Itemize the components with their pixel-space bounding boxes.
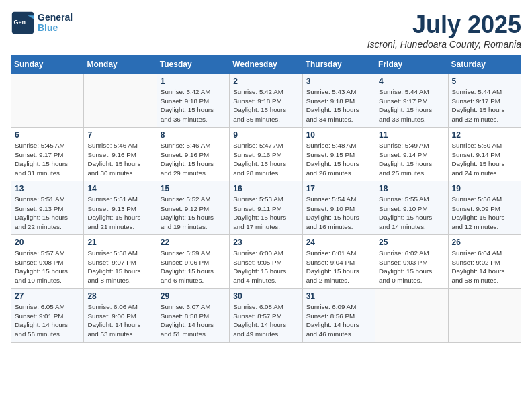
page-header: Gen General Blue July 2025 Iscroni, Hune… [11,11,521,50]
calendar-body: 1Sunrise: 5:42 AM Sunset: 9:18 PM Daylig… [11,74,521,342]
day-info: Sunrise: 5:46 AM Sunset: 9:16 PM Dayligh… [87,141,152,178]
calendar-day-cell [448,289,521,342]
logo: Gen General Blue [11,11,73,35]
day-number: 8 [161,130,226,140]
day-of-week-header: Sunday [11,56,84,74]
day-info: Sunrise: 6:04 AM Sunset: 9:02 PM Dayligh… [452,248,517,285]
day-number: 31 [306,291,371,301]
day-info: Sunrise: 5:55 AM Sunset: 9:10 PM Dayligh… [379,195,444,232]
calendar-day-cell: 17Sunrise: 5:54 AM Sunset: 9:10 PM Dayli… [302,181,375,235]
day-number: 7 [87,130,152,140]
calendar-day-cell: 1Sunrise: 5:42 AM Sunset: 9:18 PM Daylig… [157,74,229,128]
calendar-day-cell: 30Sunrise: 6:08 AM Sunset: 8:57 PM Dayli… [230,289,302,342]
day-number: 24 [306,238,371,247]
title-block: July 2025 Iscroni, Hunedoara County, Rom… [367,11,521,50]
day-number: 5 [452,77,517,86]
calendar-header: SundayMondayTuesdayWednesdayThursdayFrid… [11,56,521,74]
day-number: 25 [379,238,444,247]
day-of-week-header: Friday [375,56,448,74]
day-number: 14 [87,184,152,193]
calendar-week-row: 1Sunrise: 5:42 AM Sunset: 9:18 PM Daylig… [11,74,521,128]
calendar-day-cell: 22Sunrise: 5:59 AM Sunset: 9:06 PM Dayli… [157,235,229,289]
calendar-day-cell: 20Sunrise: 5:57 AM Sunset: 9:08 PM Dayli… [11,235,84,289]
day-number: 6 [15,130,80,140]
day-of-week-header: Tuesday [157,56,229,74]
calendar-day-cell [11,74,84,128]
logo-line1: General [38,13,73,23]
day-number: 29 [161,291,226,301]
calendar-day-cell: 13Sunrise: 5:51 AM Sunset: 9:13 PM Dayli… [11,181,84,235]
calendar-table: SundayMondayTuesdayWednesdayThursdayFrid… [11,55,521,342]
calendar-day-cell: 9Sunrise: 5:47 AM Sunset: 9:16 PM Daylig… [230,128,302,181]
day-info: Sunrise: 6:01 AM Sunset: 9:04 PM Dayligh… [306,248,371,285]
day-number: 20 [15,238,80,247]
day-info: Sunrise: 5:58 AM Sunset: 9:07 PM Dayligh… [87,248,152,285]
day-info: Sunrise: 6:06 AM Sunset: 9:00 PM Dayligh… [87,302,152,339]
day-info: Sunrise: 5:42 AM Sunset: 9:18 PM Dayligh… [161,87,226,124]
calendar-day-cell: 24Sunrise: 6:01 AM Sunset: 9:04 PM Dayli… [302,235,375,289]
calendar-day-cell: 16Sunrise: 5:53 AM Sunset: 9:11 PM Dayli… [230,181,302,235]
day-info: Sunrise: 6:00 AM Sunset: 9:05 PM Dayligh… [233,248,298,285]
calendar-day-cell: 27Sunrise: 6:05 AM Sunset: 9:01 PM Dayli… [11,289,84,342]
day-info: Sunrise: 5:57 AM Sunset: 9:08 PM Dayligh… [15,248,80,285]
day-number: 30 [233,291,298,301]
calendar-day-cell: 26Sunrise: 6:04 AM Sunset: 9:02 PM Dayli… [448,235,521,289]
day-number: 27 [15,291,80,301]
day-number: 3 [306,77,371,86]
day-number: 9 [233,130,298,140]
day-info: Sunrise: 6:09 AM Sunset: 8:56 PM Dayligh… [306,302,371,339]
day-of-week-header: Monday [84,56,157,74]
calendar-day-cell [84,74,157,128]
day-info: Sunrise: 5:53 AM Sunset: 9:11 PM Dayligh… [233,195,298,232]
location-title: Iscroni, Hunedoara County, Romania [367,39,521,50]
calendar-day-cell: 25Sunrise: 6:02 AM Sunset: 9:03 PM Dayli… [375,235,448,289]
calendar-day-cell: 31Sunrise: 6:09 AM Sunset: 8:56 PM Dayli… [302,289,375,342]
day-info: Sunrise: 5:59 AM Sunset: 9:06 PM Dayligh… [161,248,226,285]
logo-icon: Gen [11,11,35,35]
day-number: 17 [306,184,371,193]
day-number: 23 [233,238,298,247]
day-info: Sunrise: 5:54 AM Sunset: 9:10 PM Dayligh… [306,195,371,232]
month-title: July 2025 [367,11,521,39]
day-number: 13 [15,184,80,193]
calendar-week-row: 27Sunrise: 6:05 AM Sunset: 9:01 PM Dayli… [11,289,521,342]
day-info: Sunrise: 5:44 AM Sunset: 9:17 PM Dayligh… [452,87,517,124]
calendar-day-cell: 12Sunrise: 5:50 AM Sunset: 9:14 PM Dayli… [448,128,521,181]
day-number: 19 [452,184,517,193]
day-info: Sunrise: 5:50 AM Sunset: 9:14 PM Dayligh… [452,141,517,178]
day-number: 10 [306,130,371,140]
day-number: 18 [379,184,444,193]
day-info: Sunrise: 5:42 AM Sunset: 9:18 PM Dayligh… [233,87,298,124]
calendar-day-cell [375,289,448,342]
day-info: Sunrise: 5:56 AM Sunset: 9:09 PM Dayligh… [452,195,517,232]
day-info: Sunrise: 6:05 AM Sunset: 9:01 PM Dayligh… [15,302,80,339]
calendar-day-cell: 2Sunrise: 5:42 AM Sunset: 9:18 PM Daylig… [230,74,302,128]
day-info: Sunrise: 6:02 AM Sunset: 9:03 PM Dayligh… [379,248,444,285]
calendar-week-row: 6Sunrise: 5:45 AM Sunset: 9:17 PM Daylig… [11,128,521,181]
day-info: Sunrise: 5:43 AM Sunset: 9:18 PM Dayligh… [306,87,371,124]
day-of-week-header: Saturday [448,56,521,74]
day-number: 21 [87,238,152,247]
calendar-day-cell: 23Sunrise: 6:00 AM Sunset: 9:05 PM Dayli… [230,235,302,289]
calendar-week-row: 20Sunrise: 5:57 AM Sunset: 9:08 PM Dayli… [11,235,521,289]
calendar-day-cell: 21Sunrise: 5:58 AM Sunset: 9:07 PM Dayli… [84,235,157,289]
calendar-week-row: 13Sunrise: 5:51 AM Sunset: 9:13 PM Dayli… [11,181,521,235]
svg-text:Gen: Gen [14,19,26,26]
calendar-day-cell: 3Sunrise: 5:43 AM Sunset: 9:18 PM Daylig… [302,74,375,128]
day-info: Sunrise: 5:49 AM Sunset: 9:14 PM Dayligh… [379,141,444,178]
day-number: 15 [161,184,226,193]
day-number: 26 [452,238,517,247]
calendar-day-cell: 6Sunrise: 5:45 AM Sunset: 9:17 PM Daylig… [11,128,84,181]
calendar-day-cell: 18Sunrise: 5:55 AM Sunset: 9:10 PM Dayli… [375,181,448,235]
calendar-day-cell: 10Sunrise: 5:48 AM Sunset: 9:15 PM Dayli… [302,128,375,181]
day-number: 11 [379,130,444,140]
day-number: 12 [452,130,517,140]
calendar-day-cell: 4Sunrise: 5:44 AM Sunset: 9:17 PM Daylig… [375,74,448,128]
logo-line2: Blue [38,23,73,33]
calendar-day-cell: 8Sunrise: 5:46 AM Sunset: 9:16 PM Daylig… [157,128,229,181]
day-info: Sunrise: 5:48 AM Sunset: 9:15 PM Dayligh… [306,141,371,178]
calendar-day-cell: 7Sunrise: 5:46 AM Sunset: 9:16 PM Daylig… [84,128,157,181]
day-of-week-header: Thursday [302,56,375,74]
day-info: Sunrise: 5:51 AM Sunset: 9:13 PM Dayligh… [15,195,80,232]
calendar-day-cell: 14Sunrise: 5:51 AM Sunset: 9:13 PM Dayli… [84,181,157,235]
